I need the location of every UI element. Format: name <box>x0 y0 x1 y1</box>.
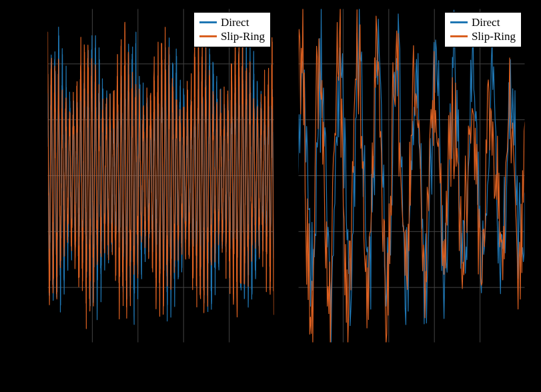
left-legend: Direct Slip-Ring <box>193 12 271 47</box>
legend-label-slipring: Slip-Ring <box>472 29 516 43</box>
legend-swatch-direct <box>450 21 468 23</box>
left-plot <box>47 8 275 343</box>
legend-swatch-slipring <box>199 35 217 37</box>
legend-item-slipring: Slip-Ring <box>199 29 265 43</box>
right-legend: Direct Slip-Ring <box>444 12 522 47</box>
left-panel: Direct Slip-Ring <box>47 8 275 343</box>
legend-item-direct: Direct <box>199 15 265 29</box>
legend-swatch-direct <box>199 21 217 23</box>
legend-swatch-slipring <box>450 35 468 37</box>
legend-label-slipring: Slip-Ring <box>221 29 265 43</box>
right-panel: Direct Slip-Ring <box>298 8 526 343</box>
legend-item-slipring: Slip-Ring <box>450 29 516 43</box>
legend-label-direct: Direct <box>472 15 500 29</box>
legend-item-direct: Direct <box>450 15 516 29</box>
figure: Direct Slip-Ring Direct Slip-Ring <box>0 0 541 392</box>
legend-label-direct: Direct <box>221 15 249 29</box>
right-plot <box>298 8 526 343</box>
